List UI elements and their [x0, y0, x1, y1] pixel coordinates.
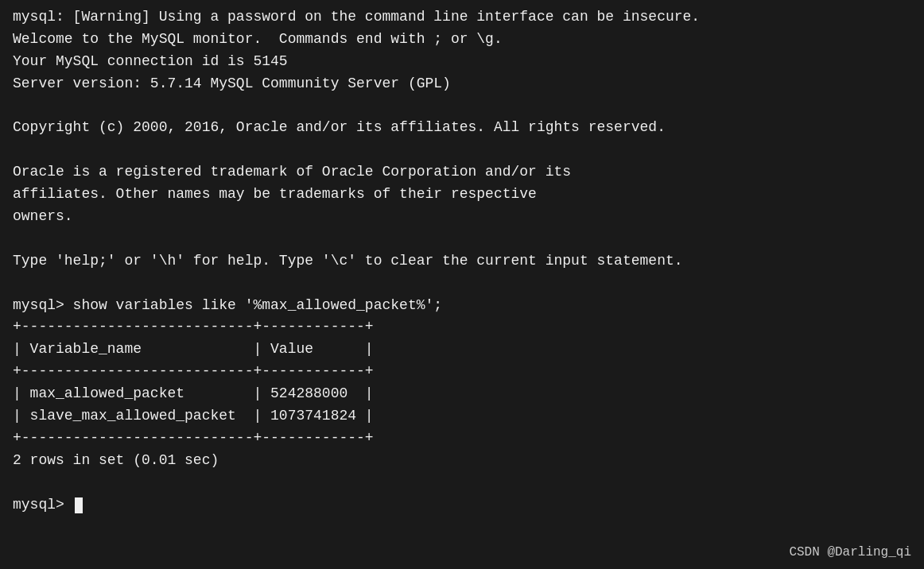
terminal-line-7: Oracle is a registered trademark of Orac… [13, 161, 911, 184]
terminal-line-1: Welcome to the MySQL monitor. Commands e… [13, 29, 911, 51]
terminal-line-15: | Variable_name | Value | [13, 339, 911, 361]
terminal-line-18: | slave_max_allowed_packet | 1073741824 … [13, 405, 911, 428]
cursor [75, 497, 83, 513]
terminal-line-5: Copyright (c) 2000, 2016, Oracle and/or … [13, 117, 911, 139]
terminal-line-9: owners. [13, 206, 911, 228]
terminal-line-16: +---------------------------+-----------… [13, 361, 911, 383]
terminal-output: mysql: [Warning] Using a password on the… [13, 6, 911, 494]
terminal-line-17: | max_allowed_packet | 524288000 | [13, 383, 911, 405]
terminal-prompt-line[interactable]: mysql> [13, 494, 911, 517]
terminal-line-13: mysql> show variables like '%max_allowed… [13, 295, 911, 317]
empty-line-12 [13, 273, 911, 295]
terminal-line-2: Your MySQL connection id is 5145 [13, 51, 911, 73]
empty-line-10 [13, 228, 911, 250]
terminal-line-0: mysql: [Warning] Using a password on the… [13, 6, 911, 29]
terminal-line-14: +---------------------------+-----------… [13, 316, 911, 339]
empty-line-6 [13, 139, 911, 161]
terminal-line-3: Server version: 5.7.14 MySQL Community S… [13, 73, 911, 95]
terminal-line-20: 2 rows in set (0.01 sec) [13, 450, 911, 472]
terminal-window: mysql: [Warning] Using a password on the… [0, 0, 924, 569]
empty-line-4 [13, 95, 911, 118]
prompt-text: mysql> [13, 494, 73, 517]
terminal-line-8: affiliates. Other names may be trademark… [13, 184, 911, 206]
terminal-line-19: +---------------------------+-----------… [13, 428, 911, 450]
empty-line-21 [13, 472, 911, 494]
watermark: CSDN @Darling_qi [789, 545, 911, 559]
terminal-line-11: Type 'help;' or '\h' for help. Type '\c'… [13, 250, 911, 273]
